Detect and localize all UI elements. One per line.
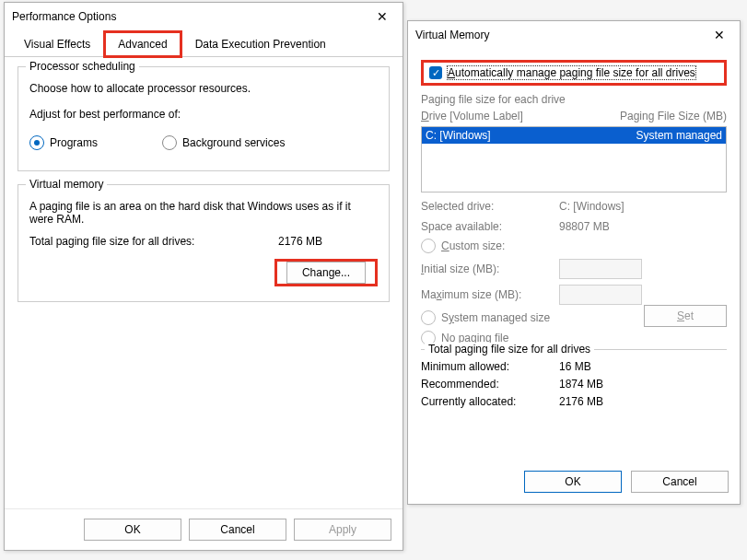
drive-group: Paging file size for each drive Drive [V… (421, 89, 727, 327)
radio-programs-row[interactable]: Programs (29, 135, 98, 150)
virtual-memory-window: Virtual Memory ✕ Automatically manage pa… (407, 20, 741, 505)
po-footer: OK Cancel Apply (5, 508, 403, 550)
min-row: Minimum allowed: 16 MB (421, 360, 727, 373)
change-button[interactable]: Change... (286, 262, 366, 284)
radio-system-managed (421, 310, 436, 325)
tab-dep[interactable]: Data Execution Prevention (181, 31, 340, 57)
ok-button[interactable]: OK (84, 519, 181, 541)
po-title: Performance Options (12, 10, 116, 23)
drive-row-label: C: [Windows] (426, 129, 636, 142)
totals-title: Total paging file size for all drives (425, 343, 594, 356)
max-size-input (559, 285, 642, 305)
po-tabstrip: Visual Effects Advanced Data Execution P… (5, 30, 403, 57)
performance-options-window: Performance Options ✕ Visual Effects Adv… (4, 2, 403, 551)
rec-row: Recommended: 1874 MB (421, 378, 727, 391)
vm-body: Automatically manage paging file size fo… (408, 49, 740, 460)
col-size: Paging File Size (MB) (620, 110, 727, 122)
cur-row: Currently allocated: 2176 MB (421, 395, 727, 408)
drive-row-c[interactable]: C: [Windows] System managed (422, 127, 726, 144)
rec-value: 1874 MB (559, 378, 603, 391)
initial-size-row: Initial size (MB): (421, 259, 727, 279)
vm-desc: A paging file is an area on the hard dis… (29, 200, 378, 226)
radio-background-services[interactable] (162, 135, 177, 150)
cancel-button[interactable]: Cancel (189, 519, 286, 541)
radio-custom-size (421, 239, 436, 253)
min-label: Minimum allowed: (421, 360, 559, 373)
system-managed-label: System managed size (441, 311, 550, 324)
drive-group-title: Paging file size for each drive (421, 93, 727, 106)
vm-title: Virtual Memory (415, 29, 489, 41)
total-label: Total paging file size for all drives: (29, 235, 194, 248)
min-value: 16 MB (559, 360, 591, 373)
tab-advanced[interactable]: Advanced (104, 31, 181, 57)
radio-programs[interactable] (29, 135, 44, 150)
space-value: 98807 MB (559, 220, 610, 233)
set-button: Set (644, 305, 727, 327)
selected-drive-row: Selected drive: C: [Windows] (421, 200, 727, 213)
selected-drive-label: Selected drive: (421, 200, 559, 213)
change-highlight: Change... (274, 259, 378, 286)
totals-group: Total paging file size for all drives Mi… (421, 349, 727, 413)
vm-group-title: Virtual memory (26, 178, 107, 191)
close-icon[interactable]: ✕ (362, 3, 403, 30)
radio-programs-label: Programs (50, 136, 98, 149)
max-size-label: Maximum size (MB): (421, 288, 559, 301)
selected-drive-value: C: [Windows] (559, 200, 624, 213)
vm-footer: OK Cancel (408, 460, 740, 504)
auto-manage-label: Automatically manage paging file size fo… (448, 66, 695, 79)
ok-button[interactable]: OK (524, 471, 622, 493)
col-drive: Drive [Volume Label] (421, 110, 620, 122)
total-row: Total paging file size for all drives: 2… (29, 235, 378, 248)
adjust-label: Adjust for best performance of: (29, 108, 378, 121)
proc-radio-group: Programs Background services (29, 130, 378, 156)
tab-visual-effects[interactable]: Visual Effects (10, 31, 104, 57)
total-value: 2176 MB (278, 235, 322, 248)
proc-desc: Choose how to allocate processor resourc… (29, 82, 378, 95)
space-label: Space available: (421, 220, 559, 233)
cancel-button[interactable]: Cancel (631, 471, 729, 493)
po-title-bar[interactable]: Performance Options ✕ (5, 3, 403, 30)
initial-size-label: Initial size (MB): (421, 262, 559, 275)
auto-manage-highlight: Automatically manage paging file size fo… (421, 60, 727, 86)
custom-size-row: Custom size: (421, 239, 727, 253)
rec-label: Recommended: (421, 378, 559, 391)
virtual-memory-group: Virtual memory A paging file is an area … (18, 184, 390, 302)
vm-title-bar[interactable]: Virtual Memory ✕ (408, 21, 740, 49)
po-body: Processor scheduling Choose how to alloc… (5, 57, 403, 508)
cur-label: Currently allocated: (421, 395, 559, 408)
auto-manage-checkbox[interactable] (429, 66, 442, 79)
processor-scheduling-group: Processor scheduling Choose how to alloc… (18, 66, 390, 171)
drive-list[interactable]: C: [Windows] System managed (421, 126, 727, 192)
radio-bg-row[interactable]: Background services (162, 135, 285, 150)
max-size-row: Maximum size (MB): (421, 285, 727, 305)
custom-size-label: Custom size: (441, 239, 505, 252)
drive-row-size: System managed (636, 129, 722, 142)
drive-header: Drive [Volume Label] Paging File Size (M… (421, 110, 727, 122)
space-row: Space available: 98807 MB (421, 220, 727, 233)
initial-size-input (559, 259, 642, 279)
proc-group-title: Processor scheduling (26, 60, 139, 73)
radio-bg-label: Background services (182, 136, 285, 149)
cur-value: 2176 MB (559, 395, 603, 408)
auto-manage-row[interactable]: Automatically manage paging file size fo… (429, 66, 718, 79)
apply-button[interactable]: Apply (294, 519, 391, 541)
close-icon[interactable]: ✕ (699, 21, 740, 49)
